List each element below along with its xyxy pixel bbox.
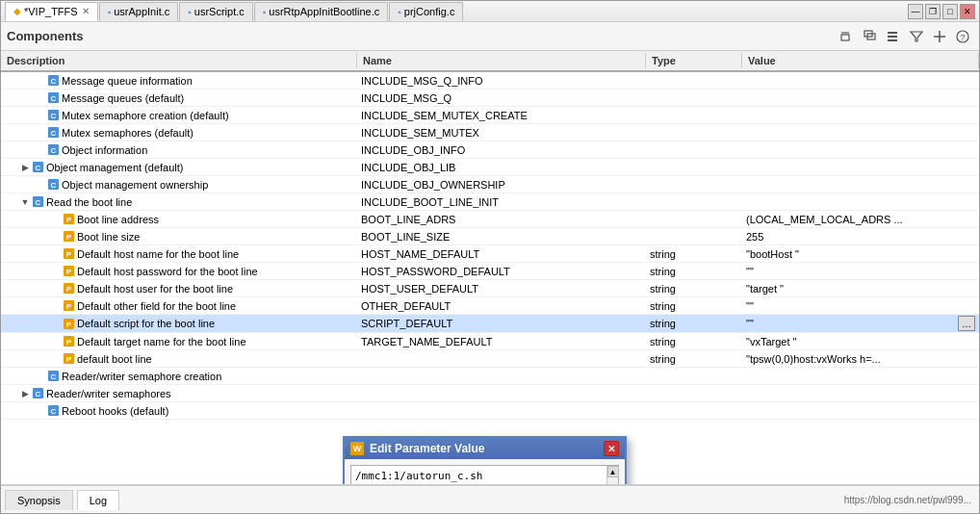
row-name-4: INCLUDE_OBJ_INFO — [357, 143, 646, 157]
table-row[interactable]: P Default other field for the boot line … — [1, 297, 979, 315]
arrow-12 — [51, 284, 61, 294]
filter-button[interactable] — [906, 26, 927, 47]
row-name-8: BOOT_LINE_ADRS — [357, 213, 646, 226]
bottom-panel: Synopsis Log https://blog.csdn.net/pwl99… — [1, 484, 979, 513]
row-desc-text-11: Default host password for the boot line — [77, 266, 258, 277]
log-tab-label: Log — [90, 495, 107, 506]
arrow-16 — [51, 354, 61, 364]
row-name-7: INCLUDE_BOOT_LINE_INIT — [357, 195, 646, 209]
expand-all-button[interactable] — [860, 26, 881, 47]
row-type-10: string — [646, 247, 742, 261]
table-row[interactable]: P default boot line string "tpsw(0,0)hos… — [1, 350, 979, 368]
tab-label-2: usrScript.c — [194, 6, 245, 17]
row-desc-10: P Default host name for the boot line — [1, 246, 357, 261]
minimize-button[interactable]: — — [908, 4, 923, 19]
main-window: ◆ *VIP_TFFS ✕ ▪ usrAppInit.c ▪ usrScript… — [0, 0, 980, 514]
arrow-15 — [51, 337, 61, 347]
table-row[interactable]: C Object management ownership INCLUDE_OB… — [1, 176, 979, 193]
table-row[interactable]: P Default host name for the boot line HO… — [1, 245, 979, 263]
table-header: Description Name Type Value — [1, 51, 979, 72]
table-row[interactable]: P Default target name for the boot line … — [1, 333, 979, 350]
tab-prj-config[interactable]: ▪ prjConfig.c — [389, 2, 463, 21]
tab-usr-script[interactable]: ▪ usrScript.c — [179, 2, 253, 21]
maximize-button[interactable]: □ — [942, 4, 958, 19]
table-row[interactable]: C Reader/writer semaphore creation — [1, 368, 979, 385]
row-desc-2: C Mutex semaphore creation (default) — [1, 108, 357, 122]
table-row[interactable]: C Mutex semaphores (default) INCLUDE_SEM… — [1, 124, 979, 141]
svg-text:P: P — [66, 233, 72, 242]
table-row[interactable]: ▶ C Reader/writer semaphores — [1, 385, 979, 402]
table-row[interactable]: P Default host user for the boot line HO… — [1, 280, 979, 297]
tab-vip-tffs[interactable]: ◆ *VIP_TFFS ✕ — [5, 2, 98, 21]
title-bar: ◆ *VIP_TFFS ✕ ▪ usrAppInit.c ▪ usrScript… — [1, 1, 979, 22]
row-desc-5: ▶ C Object management (default) — [1, 160, 357, 174]
row-type-19 — [646, 410, 742, 412]
param-icon-11: P — [63, 265, 75, 277]
table-row[interactable]: ▶ C Object management (default) INCLUDE_… — [1, 159, 979, 176]
table-row[interactable]: C Message queue information INCLUDE_MSG_… — [1, 72, 979, 90]
row-desc-12: P Default host user for the boot line — [1, 281, 357, 296]
table-row[interactable]: P Boot line address BOOT_LINE_ADRS (LOCA… — [1, 211, 979, 228]
param-icon-15: P — [63, 335, 75, 347]
help-button[interactable]: ? — [952, 26, 973, 47]
header-description: Description — [1, 53, 357, 68]
row-desc-14: P Default script for the boot line — [1, 317, 357, 331]
tab-synopsis[interactable]: Synopsis — [5, 490, 73, 510]
table-row[interactable]: C Reboot hooks (default) — [1, 402, 979, 420]
row-type-17 — [646, 375, 742, 377]
row-desc-text-19: Reboot hooks (default) — [62, 405, 168, 417]
row-value-0 — [742, 80, 979, 82]
row-type-9 — [646, 236, 742, 238]
row-name-16 — [357, 358, 646, 360]
header-type: Type — [646, 53, 742, 68]
edit-value-button[interactable]: … — [958, 316, 975, 331]
table-row[interactable]: P Boot line size BOOT_LINE_SIZE 255 — [1, 228, 979, 245]
row-desc-text-9: Boot line size — [77, 231, 140, 243]
show-all-button[interactable] — [883, 26, 904, 47]
row-desc-text-16: default boot line — [77, 353, 152, 365]
status-text: https://blog.csdn.net/pwl999... — [844, 495, 971, 505]
row-value-19 — [742, 410, 979, 412]
table-row[interactable]: ▼ C Read the boot line INCLUDE_BOOT_LINE… — [1, 193, 979, 211]
table-row[interactable]: C Object information INCLUDE_OBJ_INFO — [1, 141, 979, 159]
modal-scrollbar: ▲ ▼ — [606, 466, 618, 484]
tab-log[interactable]: Log — [77, 490, 119, 510]
tab-close-vip[interactable]: ✕ — [82, 6, 90, 16]
tab-label-3: usrRtpAppInitBootline.c — [269, 6, 379, 17]
header-value: Value — [742, 53, 979, 68]
component-icon-7: C — [32, 195, 44, 208]
row-type-4 — [646, 149, 742, 151]
row-type-2 — [646, 115, 742, 116]
table-row-selected[interactable]: P Default script for the boot line SCRIP… — [1, 315, 979, 333]
svg-text:C: C — [51, 181, 57, 190]
toolbar: Components ? — [1, 22, 979, 51]
param-icon-13: P — [63, 299, 75, 312]
restore-button[interactable]: ❐ — [925, 4, 941, 19]
arrow-10 — [51, 249, 61, 259]
scroll-up-button[interactable]: ▲ — [607, 466, 619, 477]
row-value-12: "target " — [742, 282, 979, 296]
table-body[interactable]: C Message queue information INCLUDE_MSG_… — [1, 72, 979, 484]
collapse-all-button[interactable] — [837, 26, 858, 47]
modal-close-button[interactable]: ✕ — [604, 441, 619, 456]
row-desc-text-15: Default target name for the boot line — [77, 336, 246, 347]
arrow-7[interactable]: ▼ — [20, 197, 30, 207]
component-icon-6: C — [47, 178, 60, 191]
tab-usr-rtp[interactable]: ▪ usrRtpAppInitBootline.c — [254, 2, 389, 21]
parameter-value-input[interactable]: /mmc1:1/autorun_c.sh — [351, 466, 606, 484]
table-row[interactable]: P Default host password for the boot lin… — [1, 263, 979, 280]
table-row[interactable]: C Message queues (default) INCLUDE_MSG_Q — [1, 90, 979, 107]
arrow-5[interactable]: ▶ — [20, 163, 30, 172]
close-window-button[interactable]: ✕ — [960, 4, 975, 19]
add-button[interactable] — [929, 26, 950, 47]
row-desc-18: ▶ C Reader/writer semaphores — [1, 386, 357, 400]
table-row[interactable]: C Mutex semaphore creation (default) INC… — [1, 107, 979, 124]
component-icon-3: C — [47, 126, 60, 139]
row-value-15: "vxTarget " — [742, 335, 979, 348]
arrow-11 — [51, 267, 61, 276]
row-desc-15: P Default target name for the boot line — [1, 334, 357, 348]
arrow-9 — [51, 232, 61, 242]
arrow-18[interactable]: ▶ — [20, 389, 30, 398]
row-desc-text-7: Read the boot line — [46, 196, 132, 208]
tab-usr-app-init[interactable]: ▪ usrAppInit.c — [99, 2, 179, 21]
